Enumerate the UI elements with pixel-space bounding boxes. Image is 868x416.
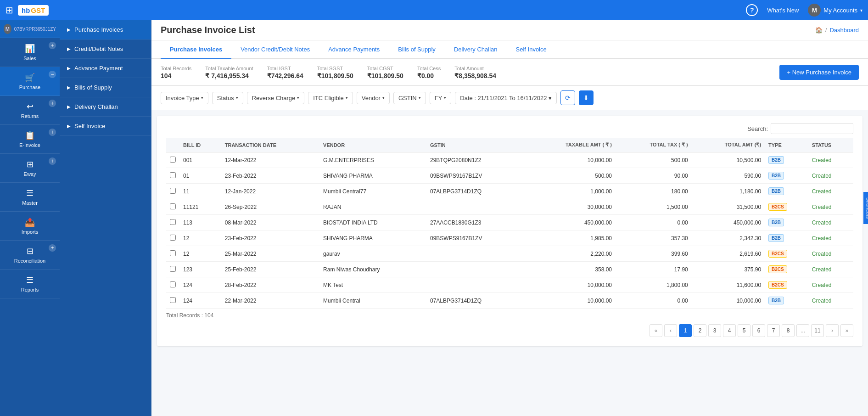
table-row[interactable]: 01 23-Feb-2022 SHIVANG PHARMA 09BSWPS916…	[166, 168, 853, 184]
pagination-page-11[interactable]: 11	[811, 324, 824, 337]
tab-purchase-invoices[interactable]: Purchase Invoices	[161, 40, 231, 59]
tab-advance-payments[interactable]: Advance Payments	[319, 40, 389, 59]
breadcrumb-separator: /	[825, 27, 827, 34]
row-checkbox[interactable]	[170, 219, 176, 225]
gstin-filter[interactable]: GSTIN ▾	[393, 92, 426, 104]
row-bill-id: 01	[179, 168, 221, 184]
table-row[interactable]: 12 25-Mar-2022 gaurav 2,220.00 399.60 2,…	[166, 246, 853, 262]
purchase-minus-icon[interactable]: −	[49, 71, 56, 78]
reconciliation-plus-icon[interactable]: +	[49, 244, 56, 252]
row-checkbox[interactable]	[170, 188, 176, 194]
row-checkbox[interactable]	[170, 172, 176, 178]
sidebar-item-master[interactable]: ☰ Master	[0, 183, 60, 212]
download-button[interactable]: ⬇	[579, 90, 594, 105]
breadcrumb-dashboard[interactable]: Dashboard	[829, 27, 859, 34]
sidebar-label-returns: Returns	[21, 113, 39, 119]
filters-bar: Invoice Type ▾ Status ▾ Reverse Charge ▾…	[151, 86, 868, 110]
itc-eligible-filter[interactable]: ITC Eligible ▾	[308, 92, 353, 104]
row-total-tax: 1,500.00	[616, 199, 692, 215]
sidebar-avatar: M	[4, 24, 11, 34]
pagination-next[interactable]: ›	[826, 324, 839, 337]
sidebar-item-imports[interactable]: 📤 Imports	[0, 212, 60, 241]
submenu-item-advance-payment[interactable]: ▶ Advance Payment	[60, 59, 151, 78]
sidebar-item-purchase[interactable]: − 🛒 Purchase	[0, 67, 60, 96]
row-checkbox[interactable]	[170, 157, 176, 163]
submenu-item-delivery-challan[interactable]: ▶ Delivery Challan	[60, 97, 151, 117]
fy-chevron: ▾	[444, 96, 446, 100]
new-purchase-invoice-button[interactable]: + New Purchase Invoice	[779, 65, 859, 80]
stat-total-taxable: Total Taxable Amount ₹ 7,416,955.34	[205, 66, 253, 79]
pagination-prev[interactable]: ‹	[664, 324, 677, 337]
sales-plus-icon[interactable]: +	[49, 42, 56, 49]
header-taxable-amt: TAXABLE AMT ( ₹ )	[526, 138, 616, 152]
eway-plus-icon[interactable]: +	[49, 157, 56, 165]
fy-filter[interactable]: FY ▾	[430, 92, 452, 104]
pagination-page-6[interactable]: 6	[752, 324, 765, 337]
submenu-item-self-invoice[interactable]: ▶ Self Invoice	[60, 117, 151, 136]
row-checkbox[interactable]	[170, 281, 176, 287]
whats-new-link[interactable]: What's New	[767, 7, 799, 14]
status-filter[interactable]: Status ▾	[212, 92, 243, 104]
row-taxable-amt: 1,985.00	[526, 230, 616, 246]
home-icon[interactable]: 🏠	[815, 27, 823, 34]
reverse-charge-filter[interactable]: Reverse Charge ▾	[247, 92, 305, 104]
sidebar-item-eway[interactable]: + ⊞ Eway	[0, 154, 60, 183]
sidebar-item-einvoice[interactable]: + 📋 E-Invoice	[0, 125, 60, 154]
row-status: Created	[808, 230, 853, 246]
pagination-first[interactable]: «	[650, 324, 662, 337]
table-row[interactable]: 001 12-Mar-2022 G.M.ENTERPRISES 29BTQPG2…	[166, 152, 853, 168]
row-checkbox[interactable]	[170, 235, 176, 241]
pagination-page-8[interactable]: 8	[782, 324, 795, 337]
sidebar-item-returns[interactable]: + ↩ Returns	[0, 96, 60, 125]
row-trans-date: 28-Feb-2022	[221, 277, 319, 293]
pagination-page-7[interactable]: 7	[767, 324, 780, 337]
pagination-page-5[interactable]: 5	[738, 324, 750, 337]
sidebar-item-reports[interactable]: ☰ Reports	[0, 270, 60, 298]
row-taxable-amt: 10,000.00	[526, 277, 616, 293]
row-taxable-amt: 450,000.00	[526, 215, 616, 230]
refresh-button[interactable]: ⟳	[560, 90, 575, 105]
submenu-item-bills-of-supply[interactable]: ▶ Bills of Supply	[60, 78, 151, 97]
pagination-page-4[interactable]: 4	[723, 324, 736, 337]
pagination-page-3[interactable]: 3	[708, 324, 721, 337]
grid-menu-icon[interactable]: ⊞	[6, 5, 13, 16]
header-vendor: VENDOR	[319, 138, 426, 152]
shortcuts-tab[interactable]: Shortcuts	[863, 192, 868, 224]
submenu-item-purchase-invoices[interactable]: ▶ Purchase Invoices	[60, 20, 151, 39]
einvoice-plus-icon[interactable]: +	[49, 129, 56, 136]
pagination-page-1[interactable]: 1	[679, 324, 692, 337]
tab-self-invoice[interactable]: Self Invoice	[507, 40, 556, 59]
sidebar-item-sales[interactable]: + 📊 Sales	[0, 38, 60, 67]
pagination-last[interactable]: »	[840, 324, 853, 337]
help-icon[interactable]: ?	[746, 4, 758, 16]
vendor-filter[interactable]: Vendor ▾	[357, 92, 390, 104]
pagination-page-2[interactable]: 2	[694, 324, 706, 337]
logo-hb: hb	[22, 6, 30, 14]
row-status: Created	[808, 262, 853, 277]
tab-vendor-credit[interactable]: Vendor Credit/Debit Notes	[231, 40, 319, 59]
table-row[interactable]: 123 25-Feb-2022 Ram Niwas Choudhary 358.…	[166, 262, 853, 277]
submenu-label-self-invoice: Self Invoice	[74, 123, 144, 129]
submenu-item-credit-debit[interactable]: ▶ Credit/Debit Notes	[60, 39, 151, 59]
table-row[interactable]: 11 12-Jan-2022 Mumbii Central77 07ALBPG3…	[166, 184, 853, 199]
table-row[interactable]: 124 22-Mar-2022 Mumbii Central 07ALBPG37…	[166, 293, 853, 309]
row-checkbox[interactable]	[170, 266, 176, 272]
row-checkbox[interactable]	[170, 297, 176, 303]
row-checkbox[interactable]	[170, 250, 176, 256]
tab-bills-of-supply[interactable]: Bills of Supply	[389, 40, 445, 59]
row-gstin: 09BSWPS9167B1ZV	[426, 230, 526, 246]
returns-plus-icon[interactable]: +	[49, 100, 56, 107]
table-row[interactable]: 124 28-Feb-2022 MK Test 10,000.00 1,800.…	[166, 277, 853, 293]
sidebar-item-reconciliation[interactable]: + ⊟ Reconciliation	[0, 241, 60, 270]
invoice-type-filter[interactable]: Invoice Type ▾	[161, 92, 208, 104]
header-bill-id: BILL ID	[179, 138, 221, 152]
table-row[interactable]: 11121 26-Sep-2022 RAJAN 30,000.00 1,500.…	[166, 199, 853, 215]
type-badge: B2B	[768, 172, 784, 180]
search-input[interactable]	[771, 123, 853, 134]
date-range-filter[interactable]: Date : 21/11/2021 To 16/11/2022 ▾	[455, 92, 557, 104]
table-row[interactable]: 113 08-Mar-2022 BIOSTADT INDIA LTD 27AAC…	[166, 215, 853, 230]
tab-delivery-challan[interactable]: Delivery Challan	[445, 40, 507, 59]
row-checkbox[interactable]	[170, 203, 176, 209]
table-row[interactable]: 12 23-Feb-2022 SHIVANG PHARMA 09BSWPS916…	[166, 230, 853, 246]
my-accounts-menu[interactable]: M My Accounts ▾	[808, 4, 862, 17]
